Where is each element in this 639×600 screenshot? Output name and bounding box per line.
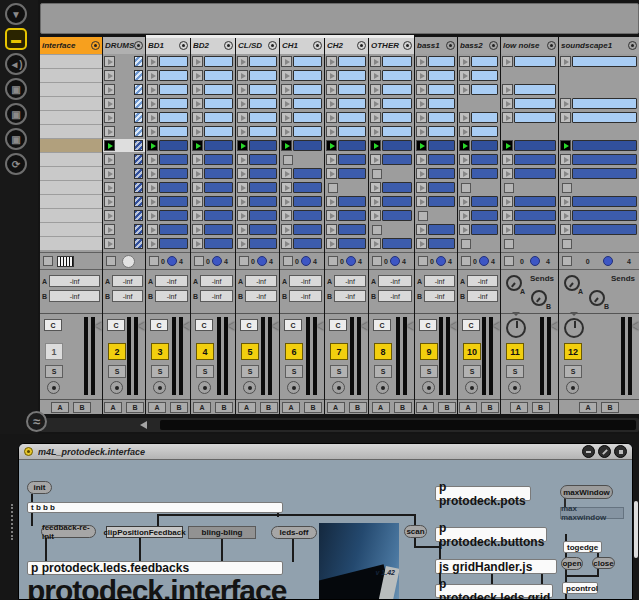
patcher-lock-icon[interactable] [24, 447, 33, 456]
clip-slot[interactable] [415, 209, 457, 222]
clip-play-icon[interactable] [370, 70, 381, 81]
object-trigger[interactable]: t b b b [27, 502, 283, 513]
track-stop-button[interactable] [461, 256, 471, 266]
pan-control[interactable]: C [329, 319, 347, 331]
clip-slot[interactable] [559, 195, 639, 208]
clip-play-active-icon[interactable] [237, 140, 248, 151]
clip[interactable] [382, 140, 412, 151]
object-pots[interactable]: p protodeck.pots [435, 486, 531, 501]
group-clip-hatch[interactable] [134, 168, 143, 179]
pan-control[interactable]: C [107, 319, 125, 331]
clip-play-icon[interactable] [147, 182, 158, 193]
clip[interactable] [249, 196, 277, 207]
clip[interactable] [159, 182, 188, 193]
object-buttons[interactable]: p protodeck.buttons [435, 527, 547, 542]
pan-control[interactable]: C [284, 319, 302, 331]
crossfade-a-button[interactable]: A [193, 402, 211, 413]
volume-fader-handle[interactable] [407, 322, 414, 330]
clip-play-icon[interactable] [104, 98, 115, 109]
arm-record-button[interactable] [422, 381, 435, 394]
clip-slot[interactable] [415, 139, 457, 152]
crossfade-b-button[interactable]: B [394, 402, 412, 413]
clip-play-icon[interactable] [459, 196, 470, 207]
clip-slot[interactable] [146, 181, 190, 194]
clip-play-icon[interactable] [326, 238, 337, 249]
clip-slot[interactable] [369, 209, 414, 222]
meter-icon[interactable] [547, 41, 556, 50]
clip[interactable] [338, 56, 366, 67]
clip-slot[interactable] [236, 195, 279, 208]
clip[interactable] [382, 238, 412, 249]
send-b-value[interactable]: -inf [49, 290, 100, 302]
clip-play-icon[interactable] [237, 70, 248, 81]
clip[interactable] [249, 224, 277, 235]
clip-slot[interactable] [236, 209, 279, 222]
clip-play-icon[interactable] [502, 210, 513, 221]
clip-play-icon[interactable] [502, 112, 513, 123]
crossfade-b-button[interactable]: B [304, 402, 322, 413]
solo-button[interactable]: S [196, 365, 214, 378]
clip[interactable] [204, 56, 233, 67]
object-leds-feedbacks[interactable]: p protodeck.leds.feedbacks [27, 561, 283, 575]
crossfade-a-button[interactable]: A [510, 402, 528, 413]
track-activator-button[interactable]: 7 [330, 343, 348, 360]
scroll-left-icon[interactable] [140, 421, 147, 429]
crossfade-b-button[interactable]: B [260, 402, 278, 413]
send-a-value[interactable]: -inf [289, 275, 322, 287]
clip[interactable] [204, 196, 233, 207]
clip-play-icon[interactable] [326, 224, 337, 235]
clip-play-icon[interactable] [147, 168, 158, 179]
clip-play-icon[interactable] [560, 196, 571, 207]
clip-slot[interactable] [325, 223, 368, 236]
clip-play-icon[interactable] [147, 210, 158, 221]
clip[interactable] [293, 126, 322, 137]
clip[interactable] [249, 168, 277, 179]
clip-play-icon[interactable] [281, 126, 292, 137]
track-stop-button[interactable] [194, 256, 204, 266]
clip-slot[interactable] [369, 125, 414, 138]
clip-slot[interactable] [559, 167, 639, 180]
clip[interactable] [159, 84, 188, 95]
clip-play-icon[interactable] [104, 196, 115, 207]
clip-play-icon[interactable] [281, 168, 292, 179]
clip-slot[interactable] [280, 153, 324, 166]
clip-slot[interactable] [325, 83, 368, 96]
clip-slot[interactable] [369, 195, 414, 208]
clip-play-icon[interactable] [459, 168, 470, 179]
track-stop-button[interactable] [149, 256, 159, 266]
clip-slot[interactable] [146, 69, 190, 82]
solo-button[interactable]: S [241, 365, 259, 378]
clip-slot[interactable] [325, 153, 368, 166]
clip[interactable] [293, 196, 322, 207]
group-clip-hatch[interactable] [134, 238, 143, 249]
track-header[interactable]: BD2 [191, 37, 235, 54]
clip[interactable] [293, 238, 322, 249]
clip-slot[interactable] [501, 209, 558, 222]
clip-play-icon[interactable] [192, 112, 203, 123]
clip-slot[interactable] [191, 111, 235, 124]
clip-slot[interactable] [40, 111, 102, 124]
clip[interactable] [159, 224, 188, 235]
horizontal-scrollbar[interactable] [40, 418, 639, 432]
clip-play-icon[interactable] [370, 238, 381, 249]
clip[interactable] [382, 112, 412, 123]
clip-play-icon[interactable] [281, 182, 292, 193]
send-b-value[interactable]: -inf [378, 290, 412, 302]
clip-play-icon[interactable] [459, 210, 470, 221]
clip-slot[interactable] [369, 153, 414, 166]
clip[interactable] [159, 140, 188, 151]
clip[interactable] [204, 126, 233, 137]
clip-play-icon[interactable] [326, 98, 337, 109]
clip-slot[interactable] [280, 139, 324, 152]
clip-slot[interactable] [146, 139, 190, 152]
clip-play-icon[interactable] [237, 56, 248, 67]
clip-slot[interactable] [191, 97, 235, 110]
clip-slot[interactable] [280, 237, 324, 250]
clip-play-icon[interactable] [147, 112, 158, 123]
clip-slot[interactable] [458, 111, 500, 124]
clip-play-icon[interactable] [281, 98, 292, 109]
clip-slot[interactable] [559, 139, 639, 152]
clip-play-icon[interactable] [192, 168, 203, 179]
clip[interactable] [293, 98, 322, 109]
pan-control[interactable]: C [419, 319, 437, 331]
